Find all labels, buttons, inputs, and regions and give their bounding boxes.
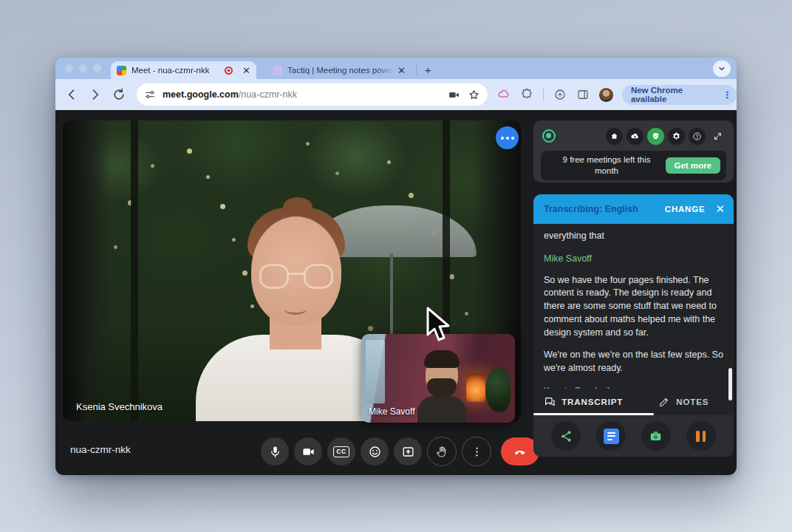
back-button[interactable] — [64, 87, 79, 102]
transcript-speaker: Mike Savoff — [544, 253, 723, 266]
tactiq-header: 9 free meetings left this month Get more — [533, 120, 734, 183]
extension-pink-icon[interactable] — [497, 88, 511, 101]
tab-label: Meet - nua-czmr-nkk — [132, 66, 222, 75]
tab-transcript[interactable]: TRANSCRIPT — [533, 389, 634, 415]
camera-capture-icon — [649, 429, 663, 443]
close-transcribing-icon[interactable]: ✕ — [715, 202, 725, 216]
cloud-upload-icon — [630, 132, 640, 141]
captions-icon: CC — [333, 446, 349, 457]
new-tab-button[interactable]: + — [425, 64, 431, 76]
shield-check-icon — [651, 132, 660, 141]
url-path: /nua-czmr-nkk — [239, 89, 297, 100]
recording-indicator-icon — [225, 66, 233, 75]
help-button[interactable] — [689, 128, 706, 145]
site-settings-icon[interactable] — [144, 89, 156, 100]
glass-door-bar — [131, 120, 138, 421]
present-button[interactable] — [394, 437, 422, 466]
tactiq-favicon-icon — [273, 66, 282, 75]
free-meetings-text: 9 free meetings left this month — [551, 154, 662, 177]
door-frame-left — [63, 120, 110, 421]
tactiq-widget-bubble[interactable] — [496, 126, 519, 149]
chrome-update-button[interactable]: New Chrome available ⋮ — [622, 85, 737, 105]
transcript-scrollbar[interactable] — [728, 368, 732, 400]
close-tab-icon[interactable]: ✕ — [242, 66, 250, 75]
tab-label: Tactiq | Meeting notes powe — [287, 66, 393, 75]
zoom-window-button[interactable] — [93, 64, 101, 72]
side-panel-icon[interactable] — [576, 88, 590, 101]
tab-tactiq[interactable]: Tactiq | Meeting notes powe ✕ — [267, 61, 412, 79]
pip-fireplace — [466, 372, 485, 402]
export-to-docs-button[interactable] — [596, 421, 626, 451]
share-button[interactable] — [551, 421, 581, 451]
more-options-button[interactable] — [462, 437, 491, 466]
pencil-icon — [658, 396, 670, 408]
pip-name-label: Mike Savoff — [369, 406, 414, 417]
browser-toolbar: meet.google.com/nua-czmr-nkk New Chrome … — [55, 79, 737, 110]
detach-panel-button[interactable] — [709, 128, 726, 145]
reactions-button[interactable] — [361, 437, 389, 466]
raise-hand-button[interactable] — [427, 437, 457, 466]
screen: Meet - nua-czmr-nkk ✕ Tactiq | Meeting n… — [0, 0, 792, 532]
meeting-code: nua-czmr-nkk — [70, 444, 131, 455]
address-bar[interactable]: meet.google.com/nua-czmr-nkk — [137, 83, 488, 106]
transcribing-bar: Transcribing: English CHANGE ✕ — [533, 194, 734, 224]
extension-lens-icon[interactable] — [553, 88, 567, 101]
tab-notes[interactable]: NOTES — [634, 389, 734, 415]
expand-diagonal-icon — [713, 132, 723, 141]
mic-icon — [268, 445, 282, 459]
transcribing-label: Transcribing: English — [544, 204, 638, 214]
pip-video-tile[interactable]: Mike Savoff — [361, 334, 515, 423]
camera-permission-icon[interactable] — [448, 89, 460, 101]
smiley-icon — [368, 445, 382, 459]
close-tab-icon[interactable]: ✕ — [397, 66, 406, 75]
bookmark-star-icon[interactable] — [468, 89, 480, 101]
transcript-fragment: We're on the we're on the last few steps… — [544, 349, 723, 375]
browser-window: Meet - nua-czmr-nkk ✕ Tactiq | Meeting n… — [55, 58, 737, 475]
get-more-button[interactable]: Get more — [666, 157, 721, 174]
url-host: meet.google.com — [163, 89, 239, 100]
free-meetings-banner: 9 free meetings left this month Get more — [541, 151, 726, 180]
reload-button[interactable] — [112, 87, 126, 102]
settings-button[interactable] — [668, 128, 685, 145]
camera-button[interactable] — [294, 437, 322, 466]
forward-button[interactable] — [88, 87, 103, 102]
pause-transcription-button[interactable] — [686, 421, 716, 451]
gear-icon — [672, 132, 681, 141]
cloud-upload-button[interactable] — [627, 128, 644, 145]
kebab-menu-icon[interactable]: ⋮ — [723, 89, 732, 100]
privacy-shield-button[interactable] — [647, 128, 664, 145]
chrome-update-label: New Chrome available — [631, 86, 718, 103]
transcript-body[interactable]: everything that Mike Savoff So we have t… — [533, 224, 734, 389]
meet-content: Ksenia Svechnikova Mike Savoff nua-czmr-… — [55, 110, 737, 475]
chat-bubbles-icon — [544, 396, 556, 408]
home-button[interactable] — [606, 128, 623, 145]
transcript-fragment: everything that — [544, 230, 723, 243]
tab-notes-label: NOTES — [676, 398, 709, 406]
minimize-window-button[interactable] — [79, 64, 87, 72]
pip-window-scene — [366, 340, 385, 403]
captions-button[interactable]: CC — [327, 437, 355, 466]
toolbar-separator — [543, 89, 544, 100]
videocam-icon — [301, 445, 315, 459]
panel-tabs: TRANSCRIPT NOTES — [533, 389, 734, 415]
pip-plant — [485, 368, 511, 412]
screenshot-button[interactable] — [641, 421, 671, 451]
change-language-button[interactable]: CHANGE — [665, 205, 706, 214]
window-controls[interactable] — [65, 64, 101, 72]
tactiq-panel: 9 free meetings left this month Get more… — [533, 120, 734, 457]
mic-button[interactable] — [261, 437, 289, 466]
home-icon — [610, 132, 619, 141]
present-screen-icon — [401, 445, 415, 459]
tactiq-action-bar — [533, 415, 734, 457]
extensions-puzzle-icon[interactable] — [520, 88, 533, 101]
tab-search-button[interactable] — [713, 61, 731, 77]
close-window-button[interactable] — [65, 64, 73, 72]
tab-meet[interactable]: Meet - nua-czmr-nkk ✕ — [111, 61, 256, 79]
google-docs-icon — [604, 429, 619, 444]
tab-separator — [416, 65, 417, 75]
tab-strip: Meet - nua-czmr-nkk ✕ Tactiq | Meeting n… — [55, 58, 737, 79]
profile-avatar[interactable] — [599, 88, 613, 102]
pause-icon — [696, 431, 706, 442]
raise-hand-icon — [435, 445, 449, 459]
transcript-fragment: So we have the four pages finished. The … — [544, 274, 723, 340]
